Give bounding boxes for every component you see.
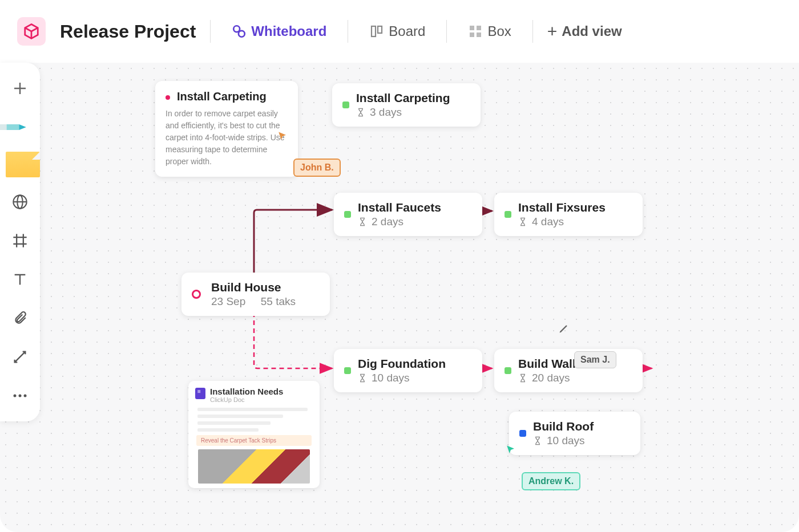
task-meta: 20 days xyxy=(518,372,582,384)
hourglass-icon xyxy=(358,217,367,226)
status-dot xyxy=(505,211,511,218)
task-title: Install Carpeting xyxy=(356,91,450,105)
tab-whiteboard[interactable]: Whiteboard xyxy=(225,19,333,44)
doc-icon xyxy=(195,388,205,399)
hourglass-icon xyxy=(518,373,527,383)
header-bar: Release Project Whiteboard Board Box + A… xyxy=(0,0,799,63)
divider xyxy=(210,20,211,43)
status-dot xyxy=(342,101,349,108)
whiteboard-toolbar xyxy=(0,63,40,421)
task-dig-foundation[interactable]: Dig Foundation 10 days xyxy=(334,349,482,392)
add-view-button[interactable]: + Add view xyxy=(547,22,622,41)
svg-rect-11 xyxy=(0,124,7,130)
task-install-carpeting[interactable]: Install Carpeting 3 days xyxy=(332,83,481,127)
task-meta: 3 days xyxy=(356,106,450,119)
note-title-text: Install Carpeting xyxy=(177,90,267,103)
project-title: Release Project xyxy=(60,21,196,42)
pen-tool[interactable] xyxy=(0,113,29,141)
status-ring xyxy=(192,290,201,299)
whiteboard-canvas[interactable]: Install Carpeting In order to remove car… xyxy=(0,63,799,532)
tab-board[interactable]: Board xyxy=(362,19,432,44)
web-tool[interactable] xyxy=(6,188,34,216)
svg-marker-12 xyxy=(19,124,26,130)
task-title: Dig Foundation xyxy=(358,357,446,371)
cursor-label: John B. xyxy=(293,159,341,177)
svg-point-0 xyxy=(234,26,240,32)
sticky-note-tool[interactable] xyxy=(6,152,40,177)
svg-point-23 xyxy=(14,395,17,397)
hourglass-icon xyxy=(356,108,365,117)
doc-subtitle: ClickUp Doc xyxy=(210,396,283,403)
cursor-label: Sam J. xyxy=(574,351,616,368)
plus-icon: + xyxy=(547,22,558,41)
doc-callout: Reveal the Carpet Tack Strips xyxy=(196,435,312,446)
connector-tool[interactable] xyxy=(6,343,34,371)
cursor-icon xyxy=(277,131,288,141)
more-tool[interactable] xyxy=(6,381,34,410)
attach-tool[interactable] xyxy=(6,304,34,332)
cursor-andrew: Andrew K. xyxy=(506,445,580,490)
svg-rect-2 xyxy=(372,26,376,36)
status-dot xyxy=(519,430,526,437)
hourglass-icon xyxy=(358,373,367,383)
svg-rect-6 xyxy=(470,33,474,37)
note-install-carpeting[interactable]: Install Carpeting In order to remove car… xyxy=(155,81,298,177)
svg-point-25 xyxy=(24,395,27,397)
add-view-label: Add view xyxy=(562,23,622,39)
task-title: Build Roof xyxy=(533,420,594,433)
task-meta: 4 days xyxy=(518,216,606,228)
svg-rect-4 xyxy=(470,26,474,30)
whiteboard-icon xyxy=(232,24,247,39)
tab-label: Box xyxy=(487,23,511,39)
board-icon xyxy=(369,24,384,39)
svg-point-24 xyxy=(19,395,22,397)
hourglass-icon xyxy=(533,436,542,445)
task-install-fixtures[interactable]: Install Fixsures 4 days xyxy=(494,193,643,236)
task-meta: 23 Sep 55 taks xyxy=(211,295,296,308)
task-build-house[interactable]: Build House 23 Sep 55 taks xyxy=(181,273,330,316)
task-meta: 2 days xyxy=(358,216,441,228)
task-meta: 10 days xyxy=(358,372,446,384)
status-dot xyxy=(344,211,351,218)
cursor-icon xyxy=(506,445,516,455)
task-title: Install Faucets xyxy=(358,201,441,214)
note-bullet xyxy=(166,95,170,100)
task-install-faucets[interactable]: Install Faucets 2 days xyxy=(334,193,482,236)
connectors-layer xyxy=(0,63,799,532)
cursor-sam: Sam J. xyxy=(558,323,616,368)
tab-box[interactable]: Box xyxy=(461,19,518,44)
box-icon xyxy=(468,24,483,39)
divider xyxy=(348,20,348,43)
doc-preview: Reveal the Carpet Tack Strips xyxy=(193,408,315,484)
tab-label: Whiteboard xyxy=(251,23,326,39)
svg-point-1 xyxy=(239,31,245,37)
frame-tool[interactable] xyxy=(6,226,34,255)
svg-rect-3 xyxy=(378,26,382,33)
doc-image-preview xyxy=(198,449,310,484)
note-description: In order to remove carpet easily and eff… xyxy=(166,108,288,168)
note-title: Install Carpeting xyxy=(166,90,288,103)
doc-title: Installation Needs xyxy=(210,387,283,396)
task-title: Build House xyxy=(211,281,296,294)
svg-rect-7 xyxy=(477,33,481,37)
text-tool[interactable] xyxy=(6,265,34,294)
cursor-john: John B. xyxy=(277,131,341,177)
pencil-icon xyxy=(558,323,570,334)
tab-label: Board xyxy=(389,23,425,39)
project-icon xyxy=(17,17,46,46)
doc-installation-needs[interactable]: Installation Needs ClickUp Doc Reveal th… xyxy=(188,381,320,488)
task-title: Install Fixsures xyxy=(518,201,606,214)
status-dot xyxy=(505,367,511,374)
cursor-label: Andrew K. xyxy=(522,472,580,490)
divider xyxy=(532,20,533,43)
status-dot xyxy=(344,367,351,374)
divider xyxy=(446,20,447,43)
svg-line-22 xyxy=(15,352,26,363)
svg-rect-5 xyxy=(477,26,481,30)
add-tool[interactable] xyxy=(6,74,34,103)
hourglass-icon xyxy=(518,217,527,226)
